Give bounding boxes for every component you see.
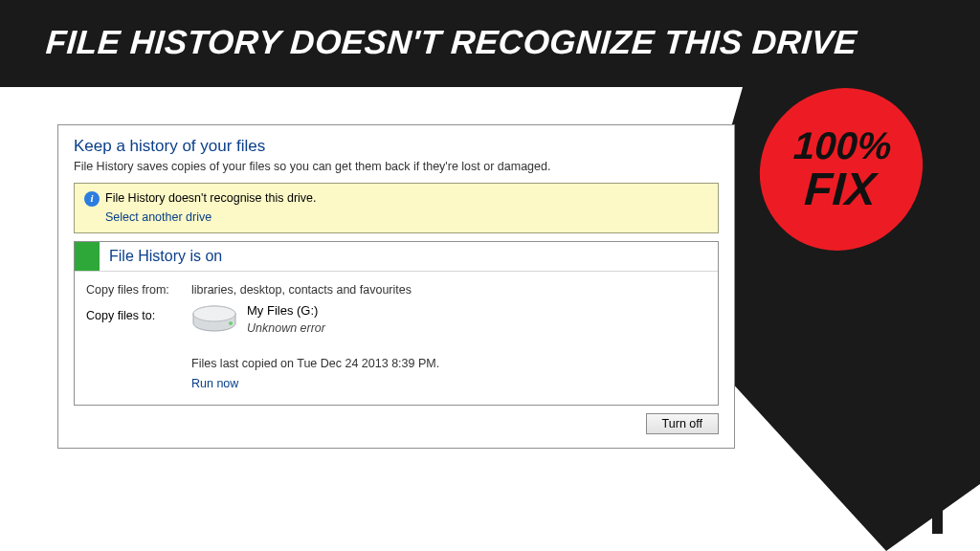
svg-rect-2 bbox=[932, 494, 943, 504]
drive-icon bbox=[191, 303, 237, 336]
badge-line1: 100% bbox=[792, 125, 893, 165]
svg-point-6 bbox=[229, 321, 233, 325]
copy-from-label: Copy files from: bbox=[86, 281, 191, 299]
turn-off-button[interactable]: Turn off bbox=[646, 413, 719, 434]
headline: FILE HISTORY DOESN'T RECOGNIZE THIS DRIV… bbox=[45, 23, 858, 61]
run-now-link[interactable]: Run now bbox=[191, 377, 238, 390]
copy-from-value: libraries, desktop, contacts and favouri… bbox=[191, 281, 706, 299]
status-label: File History is on bbox=[100, 242, 232, 271]
select-another-drive-link[interactable]: Select another drive bbox=[105, 209, 212, 227]
status-bar: File History is on bbox=[75, 242, 718, 272]
warning-box: i File History doesn't recognise this dr… bbox=[74, 183, 719, 233]
svg-rect-3 bbox=[932, 508, 943, 534]
drive-name: My Files (G:) bbox=[247, 301, 325, 320]
svg-rect-1 bbox=[915, 476, 926, 522]
warning-message: File History doesn't recognise this driv… bbox=[105, 190, 317, 208]
file-history-dialog: Keep a history of your files File Histor… bbox=[57, 124, 735, 449]
dialog-title: Keep a history of your files bbox=[74, 137, 719, 156]
status-box: File History is on Copy files from: libr… bbox=[74, 241, 719, 406]
status-indicator bbox=[75, 242, 100, 271]
copy-to-label: Copy files to: bbox=[86, 301, 191, 325]
site-logo bbox=[880, 476, 947, 534]
last-copied: Files last copied on Tue Dec 24 2013 8:3… bbox=[191, 355, 706, 373]
info-icon: i bbox=[84, 191, 100, 207]
dialog-subtitle: File History saves copies of your files … bbox=[74, 160, 719, 173]
badge-line2: FIX bbox=[803, 165, 877, 213]
svg-point-5 bbox=[193, 306, 235, 321]
drive-error: Unknown error bbox=[247, 320, 325, 338]
